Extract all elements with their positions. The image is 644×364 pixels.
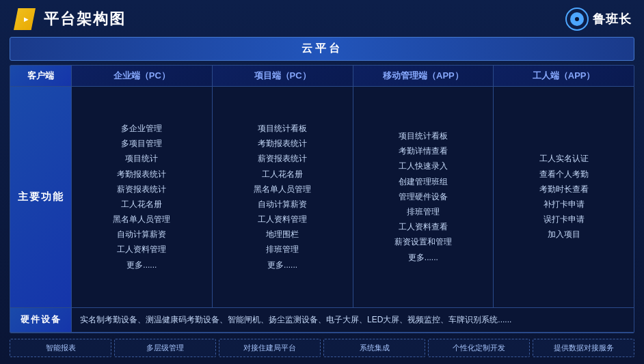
list-item: 工人资料管理 xyxy=(258,213,307,226)
features-row: 智能报表多层级管理对接住建局平台系统集成个性化定制开发提供数据对接服务 xyxy=(10,337,634,359)
list-item: 自动计算薪资 xyxy=(258,198,307,211)
header-left: ▶ 平台架构图 xyxy=(12,7,126,31)
col-header-project: 项目端（PC） xyxy=(213,66,353,87)
list-item: 工人实名认证 xyxy=(539,152,589,165)
project-content: 项目统计看板考勤报表统计薪资报表统计工人花名册黑名单人员管理自动计算薪资工人资料… xyxy=(213,87,353,308)
col-header-mobile: 移动管理端（APP） xyxy=(353,66,494,87)
list-item: 排班管理 xyxy=(407,206,440,219)
main-container: ▶ 平台架构图 鲁班长 云平台 客户端 企业端（PC） 项目端（PC） 移动管理… xyxy=(0,0,644,364)
list-item: 更多...... xyxy=(267,259,297,272)
feature-item: 提供数据对接服务 xyxy=(533,339,634,357)
feature-item: 智能报表 xyxy=(10,339,111,357)
list-item: 更多...... xyxy=(408,251,438,264)
col-header-client: 客户端 xyxy=(10,66,72,87)
hardware-label: 硬件设备 xyxy=(10,308,72,332)
list-item: 更多...... xyxy=(126,259,157,272)
list-item: 工人花名册 xyxy=(121,198,162,211)
list-item: 补打卡申请 xyxy=(544,198,585,211)
feature-item: 系统集成 xyxy=(323,339,425,357)
page-title: 平台架构图 xyxy=(44,9,126,29)
list-item: 误打卡申请 xyxy=(544,213,585,226)
list-item: 考勤详情查看 xyxy=(399,145,448,158)
feature-item: 个性化定制开发 xyxy=(428,339,530,357)
list-item: 排班管理 xyxy=(266,243,299,256)
list-item: 工人资料查看 xyxy=(399,221,448,234)
enterprise-content: 多企业管理多项目管理项目统计考勤报表统计薪资报表统计工人花名册黑名单人员管理自动… xyxy=(72,87,213,308)
list-item: 项目统计 xyxy=(125,152,158,165)
list-item: 工人花名册 xyxy=(262,168,303,181)
hardware-content: 实名制考勤设备、测温健康码考勤设备、智能闸机、扬尘监测设备、电子大屏、LED大屏… xyxy=(72,308,634,332)
list-item: 考勤报表统计 xyxy=(258,137,307,150)
header: ▶ 平台架构图 鲁班长 xyxy=(10,5,634,33)
col-header-enterprise: 企业端（PC） xyxy=(72,66,213,87)
list-item: 管理硬件设备 xyxy=(399,191,448,204)
cloud-banner-text: 云平台 xyxy=(301,42,343,54)
col-header-worker: 工人端（APP） xyxy=(494,66,634,87)
cloud-banner: 云平台 xyxy=(10,37,634,61)
list-item: 自动计算薪资 xyxy=(117,228,166,241)
list-item: 考勤时长查看 xyxy=(539,183,589,196)
brand-inner-icon xyxy=(570,12,584,26)
list-item: 项目统计看板 xyxy=(399,130,448,143)
mobile-content: 项目统计看板考勤详情查看工人快速录入创建管理班组管理硬件设备排班管理工人资料查看… xyxy=(353,87,494,308)
list-item: 薪资报表统计 xyxy=(117,183,166,196)
main-table: 客户端 企业端（PC） 项目端（PC） 移动管理端（APP） 工人端（APP） … xyxy=(10,65,634,333)
brand-logo: 鲁班长 xyxy=(565,8,632,31)
logo-icon: ▶ xyxy=(12,7,37,31)
list-item: 黑名单人员管理 xyxy=(254,183,311,196)
list-item: 工人资料管理 xyxy=(117,243,166,256)
row-label-main-function: 主要功能 xyxy=(10,87,72,308)
column-headers: 客户端 企业端（PC） 项目端（PC） 移动管理端（APP） 工人端（APP） xyxy=(10,66,634,87)
list-item: 项目统计看板 xyxy=(258,122,307,135)
list-item: 多企业管理 xyxy=(121,122,162,135)
brand-name: 鲁班长 xyxy=(593,11,632,27)
list-item: 黑名单人员管理 xyxy=(113,213,170,226)
list-item: 考勤报表统计 xyxy=(117,168,166,181)
list-item: 查看个人考勤 xyxy=(539,168,589,181)
list-item: 创建管理班组 xyxy=(399,176,448,188)
brand-circle-icon xyxy=(565,8,589,31)
list-item: 工人快速录入 xyxy=(399,160,448,173)
hardware-row: 硬件设备 实名制考勤设备、测温健康码考勤设备、智能闸机、扬尘监测设备、电子大屏、… xyxy=(10,308,634,333)
feature-item: 多层级管理 xyxy=(114,339,216,357)
list-item: 薪资报表统计 xyxy=(258,152,307,165)
brand-dot-icon xyxy=(575,17,579,21)
feature-item: 对接住建局平台 xyxy=(219,339,321,357)
list-item: 薪资设置和管理 xyxy=(394,236,452,249)
list-item: 加入项目 xyxy=(548,228,580,241)
worker-content: 工人实名认证查看个人考勤考勤时长查看补打卡申请误打卡申请加入项目 xyxy=(494,87,634,308)
list-item: 多项目管理 xyxy=(121,137,162,150)
content-row: 主要功能 多企业管理多项目管理项目统计考勤报表统计薪资报表统计工人花名册黑名单人… xyxy=(10,87,634,308)
list-item: 地理围栏 xyxy=(266,228,299,241)
